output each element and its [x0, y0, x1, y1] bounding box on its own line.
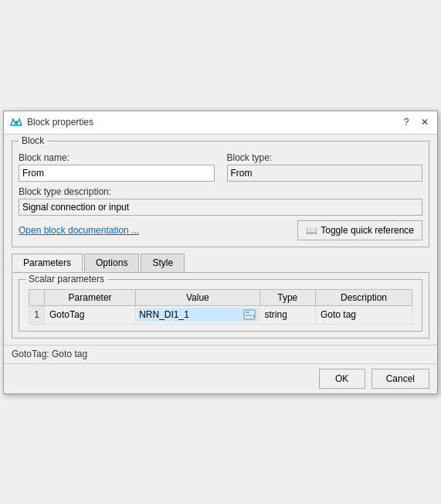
block-desc-input [19, 199, 422, 216]
block-group: Block Block name: Block type: Block type… [12, 141, 429, 247]
toggle-quick-ref-button[interactable]: 📖 Toggle quick reference [297, 220, 422, 240]
col-num [29, 289, 45, 305]
help-button[interactable]: ? [400, 116, 412, 128]
scalar-params-title: Scalar parameters [25, 274, 107, 284]
tab-content-parameters: Scalar parameters Parameter Value Type D… [12, 272, 429, 339]
doc-link-button[interactable]: Open block documentation ... [19, 225, 139, 236]
block-group-title: Block [19, 135, 47, 146]
title-controls: ? ✕ [400, 116, 431, 128]
value-cell-inner: NRN_DI1_1 [137, 308, 257, 322]
svg-rect-3 [246, 315, 252, 316]
row-value-1: NRN_DI1_1 [139, 309, 240, 320]
edit-icon[interactable] [243, 308, 256, 321]
svg-marker-0 [11, 119, 22, 125]
status-text: GotoTag: Goto tag [12, 349, 87, 359]
button-row: OK Cancel [4, 363, 437, 393]
row-parameter-1: GotoTag [45, 305, 136, 324]
col-parameter: Parameter [45, 289, 136, 305]
tab-parameters[interactable]: Parameters [12, 254, 83, 272]
dialog-content: Block Block name: Block type: Block type… [4, 135, 437, 345]
tab-options[interactable]: Options [84, 254, 139, 272]
block-name-col: Block name: [19, 152, 215, 182]
block-name-label: Block name: [19, 152, 215, 163]
ok-button[interactable]: OK [319, 369, 365, 389]
param-table-wrapper: Parameter Value Type Description 1 GotoT… [25, 289, 416, 325]
scalar-params-group: Scalar parameters Parameter Value Type D… [19, 279, 422, 332]
dialog-title: Block properties [27, 117, 400, 128]
block-type-col: Block type: [227, 152, 423, 182]
block-type-input [227, 165, 423, 182]
book-icon: 📖 [306, 225, 317, 236]
toggle-label: Toggle quick reference [321, 225, 414, 236]
row-num-1: 1 [29, 305, 45, 324]
tabs-bar: Parameters Options Style [12, 254, 429, 272]
name-type-row: Block name: Block type: [19, 152, 422, 182]
col-value: Value [136, 289, 260, 305]
link-row: Open block documentation ... 📖 Toggle qu… [19, 220, 422, 240]
col-description: Description [315, 289, 412, 305]
block-type-label: Block type: [227, 152, 423, 163]
app-logo [10, 116, 22, 128]
table-row: 1 GotoTag NRN_DI1_1 [29, 305, 412, 324]
status-bar: GotoTag: Goto tag [4, 345, 437, 363]
block-name-input[interactable] [19, 165, 215, 182]
table-header-row: Parameter Value Type Description [29, 289, 412, 305]
row-value-cell-1[interactable]: NRN_DI1_1 [136, 305, 260, 324]
row-type-1: string [260, 305, 315, 324]
close-button[interactable]: ✕ [419, 116, 431, 128]
svg-rect-2 [246, 312, 249, 313]
dialog-window: Block properties ? ✕ Block Block name: B… [3, 111, 438, 394]
title-bar: Block properties ? ✕ [4, 111, 437, 135]
block-desc-label: Block type description: [19, 186, 422, 197]
row-description-1: Goto tag [315, 305, 412, 324]
cancel-button[interactable]: Cancel [371, 369, 429, 389]
param-table: Parameter Value Type Description 1 GotoT… [29, 289, 412, 325]
col-type: Type [260, 289, 315, 305]
tab-style[interactable]: Style [141, 254, 185, 272]
